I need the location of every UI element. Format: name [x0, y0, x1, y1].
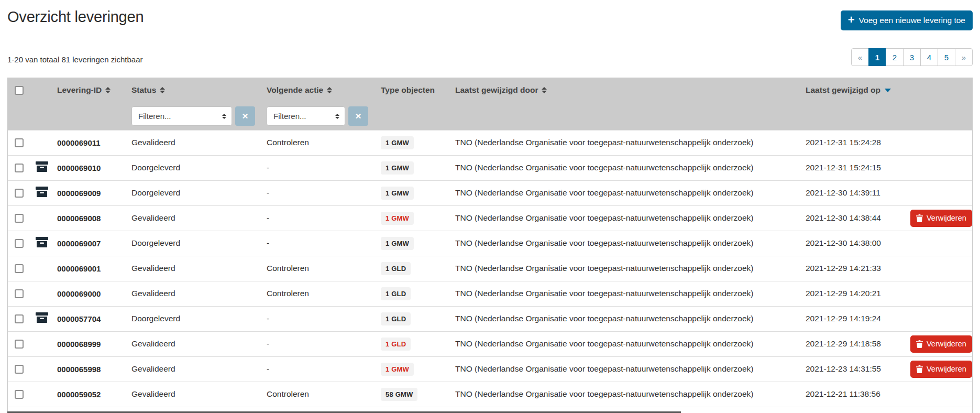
column-header-volgende-actie[interactable]: Volgende actie	[267, 85, 332, 95]
leveringen-table: Levering-ID Status Volgende actie Type o…	[7, 78, 973, 413]
type-objecten-badge: 1 GMW	[381, 212, 414, 225]
next-action-cell: Controleren	[260, 256, 374, 281]
type-objecten-badge: 1 GLD	[381, 312, 411, 325]
row-checkbox[interactable]	[15, 390, 24, 399]
column-header-laatst-gewijzigd-op[interactable]: Laatst gewijzigd op	[806, 85, 891, 95]
table-header-row: Levering-ID Status Volgende actie Type o…	[8, 78, 972, 103]
select-spinner-icon	[335, 114, 339, 119]
sort-icon	[160, 87, 165, 93]
delete-button[interactable]: Verwijderen	[910, 335, 972, 353]
modified-at-cell: 2021-12-29 14:18:58	[799, 331, 904, 356]
status-cell: Doorgeleverd	[125, 155, 260, 180]
type-objecten-badge: 1 GMW	[381, 136, 414, 149]
modified-by-cell: TNO (Nederlandse Organisatie voor toegep…	[448, 382, 799, 407]
modified-by-cell: TNO (Nederlandse Organisatie voor toegep…	[448, 306, 799, 331]
next-action-cell: -	[260, 231, 374, 256]
plus-icon: +	[848, 14, 855, 26]
next-action-cell: -	[260, 155, 374, 180]
results-summary: 1-20 van totaal 81 leveringen zichtbaar	[7, 55, 143, 66]
row-checkbox[interactable]	[15, 289, 24, 298]
levering-id: 0000057704	[50, 306, 125, 331]
pagination-first-button[interactable]: «	[851, 48, 869, 66]
modified-by-cell: TNO (Nederlandse Organisatie voor toegep…	[448, 130, 799, 155]
levering-id: 0000069009	[50, 180, 125, 205]
levering-id: 0000069001	[50, 256, 125, 281]
row-checkbox[interactable]	[15, 340, 24, 349]
table-row[interactable]: 0000069000 Gevalideerd Controleren 1 GLD…	[8, 281, 972, 306]
add-levering-button[interactable]: + Voeg een nieuwe levering toe	[841, 10, 973, 30]
modified-by-cell: TNO (Nederlandse Organisatie voor toegep…	[448, 331, 799, 356]
page-title: Overzicht leveringen	[7, 8, 144, 26]
table-row[interactable]: 0000069010 Doorgeleverd - 1 GMW TNO (Ned…	[8, 155, 972, 180]
status-cell: Doorgeleverd	[125, 180, 260, 205]
archive-box-icon	[36, 237, 48, 247]
pagination-page-5[interactable]: 5	[938, 48, 955, 66]
subbar: 1-20 van totaal 81 leveringen zichtbaar …	[0, 48, 980, 66]
table-row[interactable]: 0000057704 Doorgeleverd - 1 GLD TNO (Ned…	[8, 306, 972, 331]
levering-id: 0000068999	[50, 331, 125, 356]
modified-by-cell: TNO (Nederlandse Organisatie voor toegep…	[448, 281, 799, 306]
sort-icon	[542, 87, 547, 93]
modified-at-cell: 2021-12-30 14:38:00	[799, 231, 904, 256]
modified-by-cell: TNO (Nederlandse Organisatie voor toegep…	[448, 205, 799, 231]
pagination-page-2[interactable]: 2	[886, 48, 904, 66]
select-all-checkbox[interactable]	[15, 86, 24, 95]
modified-at-cell: 2021-12-29 14:20:21	[799, 281, 904, 306]
column-header-levering-id[interactable]: Levering-ID	[57, 85, 111, 95]
pagination-page-3[interactable]: 3	[903, 48, 921, 66]
levering-id: 0000069000	[50, 281, 125, 306]
next-action-cell: -	[260, 306, 374, 331]
column-header-laatst-gewijzigd-door[interactable]: Laatst gewijzigd door	[455, 85, 547, 95]
delete-button[interactable]: Verwijderen	[910, 210, 972, 227]
status-cell: Gevalideerd	[125, 130, 260, 155]
row-checkbox[interactable]	[15, 189, 24, 198]
status-filter-clear-button[interactable]: ✕	[235, 106, 255, 126]
row-checkbox[interactable]	[15, 314, 24, 323]
status-cell: Gevalideerd	[125, 331, 260, 356]
table-row[interactable]: 0000069008 Gevalideerd - 1 GMW TNO (Nede…	[8, 205, 972, 231]
row-checkbox[interactable]	[15, 365, 24, 374]
modified-at-cell: 2021-12-21 11:38:56	[799, 382, 904, 407]
row-checkbox[interactable]	[15, 138, 24, 147]
next-action-cell: Controleren	[260, 281, 374, 306]
delete-button[interactable]: Verwijderen	[910, 361, 972, 378]
table-row[interactable]: 0000069011 Gevalideerd Controleren 1 GMW…	[8, 130, 972, 155]
levering-id: 0000069007	[50, 231, 125, 256]
row-checkbox[interactable]	[15, 239, 24, 248]
row-checkbox[interactable]	[15, 264, 24, 273]
table-row[interactable]: 0000065998 Gevalideerd - 1 GMW TNO (Nede…	[8, 356, 972, 382]
status-cell: Doorgeleverd	[125, 306, 260, 331]
levering-id: 0000069008	[50, 205, 125, 231]
modified-by-cell: TNO (Nederlandse Organisatie voor toegep…	[448, 155, 799, 180]
archive-box-icon	[36, 312, 48, 323]
status-filter-select[interactable]: Filteren...	[131, 106, 232, 126]
status-cell: Gevalideerd	[125, 205, 260, 231]
modified-at-cell: 2021-12-30 14:39:11	[799, 180, 904, 205]
modified-at-cell: 2021-12-29 14:19:24	[799, 306, 904, 331]
levering-id: 0000069010	[50, 155, 125, 180]
table-row[interactable]: 0000059052 Gevalideerd Controleren 58 GM…	[8, 382, 972, 407]
trash-icon	[916, 365, 923, 373]
add-levering-button-label: Voeg een nieuwe levering toe	[859, 16, 965, 25]
modified-at-cell: 2021-12-23 14:31:55	[799, 356, 904, 382]
pagination-last-button[interactable]: »	[955, 48, 973, 66]
levering-id: 0000059052	[50, 382, 125, 407]
row-checkbox[interactable]	[15, 214, 24, 223]
table-row[interactable]: 0000069009 Doorgeleverd - 1 GMW TNO (Ned…	[8, 180, 972, 205]
levering-id: 0000065998	[50, 356, 125, 382]
row-checkbox[interactable]	[15, 164, 24, 172]
table-body: 0000069011 Gevalideerd Controleren 1 GMW…	[8, 130, 972, 413]
pagination-page-1[interactable]: 1	[868, 48, 886, 66]
table-row[interactable]: 0000068999 Gevalideerd - 1 GLD TNO (Nede…	[8, 331, 972, 356]
status-cell: Gevalideerd	[125, 256, 260, 281]
next-action-cell: -	[260, 180, 374, 205]
status-cell: Gevalideerd	[125, 356, 260, 382]
volgende-actie-filter-clear-button[interactable]: ✕	[348, 106, 368, 126]
next-action-cell: -	[260, 205, 374, 231]
column-header-status[interactable]: Status	[131, 85, 165, 95]
table-row[interactable]: 0000069001 Gevalideerd Controleren 1 GLD…	[8, 256, 972, 281]
topbar: Overzicht leveringen + Voeg een nieuwe l…	[0, 0, 980, 30]
table-row[interactable]: 0000069007 Doorgeleverd - 1 GMW TNO (Ned…	[8, 231, 972, 256]
volgende-actie-filter-select[interactable]: Filteren...	[267, 106, 345, 126]
pagination-page-4[interactable]: 4	[920, 48, 938, 66]
